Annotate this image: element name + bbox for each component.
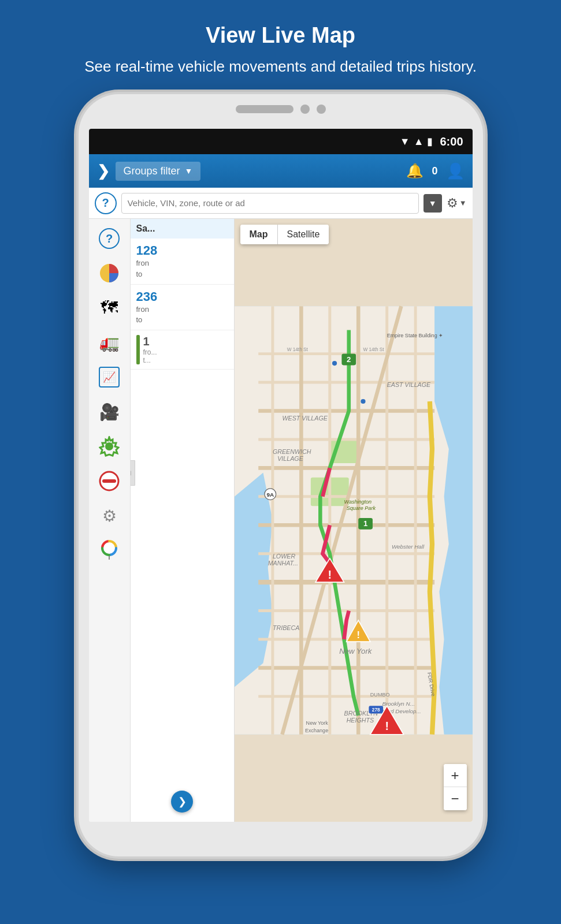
groups-filter-label: Groups filter bbox=[124, 165, 180, 177]
groups-filter-button[interactable]: Groups filter ▼ bbox=[116, 162, 201, 181]
vehicle-number-1: 1 bbox=[143, 335, 157, 348]
sidebar-item-help[interactable]: ? bbox=[92, 222, 127, 255]
vehicle-item-128[interactable]: 128 fronto bbox=[131, 239, 234, 284]
phone-camera-2 bbox=[317, 105, 326, 114]
sidebar-item-reports[interactable] bbox=[92, 257, 127, 289]
vehicle-item-236[interactable]: 236 fronto bbox=[131, 285, 234, 330]
satellite-view-button[interactable]: Satellite bbox=[278, 225, 329, 244]
map-bookmark-icon: 🗺 bbox=[101, 298, 118, 318]
panel-collapse-button[interactable]: ◄ bbox=[131, 460, 135, 486]
svg-text:EAST VILLAGE: EAST VILLAGE bbox=[387, 382, 430, 389]
help-circle-icon: ? bbox=[99, 228, 120, 249]
help-button[interactable]: ? bbox=[95, 192, 117, 214]
user-profile-icon[interactable]: 👤 bbox=[446, 162, 465, 180]
svg-point-68 bbox=[332, 361, 336, 366]
search-input[interactable] bbox=[121, 193, 419, 214]
page-title: View Live Map bbox=[84, 23, 477, 48]
phone-screen: ▼ ▲ ▮ 6:00 ❯ Groups filter ▼ 🔔 0 👤 ? bbox=[89, 129, 473, 822]
search-bar: ? ▼ ⚙ ▼ bbox=[89, 188, 473, 219]
sidebar-item-navigation[interactable] bbox=[92, 534, 127, 567]
phone-camera bbox=[300, 105, 310, 114]
sidebar: ? 🗺 🚛 📈 bbox=[89, 219, 131, 822]
svg-text:1: 1 bbox=[363, 519, 367, 528]
dropdown-caret-icon: ▼ bbox=[429, 199, 437, 208]
svg-text:9A: 9A bbox=[266, 491, 274, 498]
svg-text:GREENWICH: GREENWICH bbox=[272, 448, 311, 455]
panel-forward-button[interactable]: ❯ bbox=[171, 791, 193, 813]
app-toolbar: ❯ Groups filter ▼ 🔔 0 👤 bbox=[89, 154, 473, 188]
svg-text:!: ! bbox=[328, 568, 332, 581]
map-view-button[interactable]: Map bbox=[240, 225, 277, 244]
zoom-in-button[interactable]: + bbox=[444, 764, 467, 787]
vehicle-number-128: 128 bbox=[136, 243, 228, 258]
svg-text:DUMBO: DUMBO bbox=[370, 692, 389, 698]
status-icons: ▼ ▲ ▮ 6:00 bbox=[400, 135, 463, 148]
config-gear-icon: ⚙ bbox=[102, 506, 117, 526]
vehicles-header-label: Sa... bbox=[136, 223, 155, 233]
vehicle-route-236: fronto bbox=[136, 304, 228, 325]
svg-text:TRIBECA: TRIBECA bbox=[272, 624, 299, 631]
sidebar-item-no-entry[interactable] bbox=[92, 465, 127, 497]
signal-icon: ▲ bbox=[414, 136, 424, 148]
settings-gear-icon: ⚙ bbox=[447, 196, 458, 211]
svg-text:!: ! bbox=[385, 720, 389, 732]
zoom-controls: + − bbox=[444, 764, 467, 810]
vehicles-panel: ◄ Sa... 128 fronto 236 fronto bbox=[131, 219, 235, 822]
status-bar: ▼ ▲ ▮ 6:00 bbox=[89, 129, 473, 154]
toolbar-right: 🔔 0 👤 bbox=[406, 162, 464, 180]
chart-icon: 📈 bbox=[99, 367, 120, 388]
sidebar-item-camera[interactable]: 🎥 bbox=[92, 396, 127, 428]
svg-text:Webster Hall: Webster Hall bbox=[391, 544, 424, 550]
page-subtitle: See real-time vehicle movements and deta… bbox=[84, 56, 477, 77]
navigation-pin-icon bbox=[99, 540, 120, 561]
svg-text:HEIGHTS: HEIGHTS bbox=[346, 717, 374, 724]
green-gear-icon bbox=[99, 436, 120, 457]
svg-text:!: ! bbox=[356, 629, 359, 640]
main-content: ? 🗺 🚛 📈 bbox=[89, 219, 473, 822]
map-background: WEST VILLAGE GREENWICH VILLAGE LOWER MAN… bbox=[235, 219, 473, 822]
sidebar-item-map[interactable]: 🗺 bbox=[92, 292, 127, 324]
vehicle-route-1: fro...t... bbox=[143, 348, 157, 364]
svg-rect-3 bbox=[102, 479, 116, 483]
no-entry-icon bbox=[99, 471, 120, 491]
svg-text:W 14th St: W 14th St bbox=[363, 348, 384, 353]
zoom-out-button[interactable]: − bbox=[444, 787, 467, 810]
svg-text:278: 278 bbox=[371, 708, 380, 713]
help-icon: ? bbox=[102, 196, 109, 210]
svg-text:WEST VILLAGE: WEST VILLAGE bbox=[282, 415, 328, 422]
sidebar-item-settings-green[interactable] bbox=[92, 430, 127, 463]
map-toggle: Map Satellite bbox=[240, 225, 329, 244]
map-area: WEST VILLAGE GREENWICH VILLAGE LOWER MAN… bbox=[235, 219, 473, 822]
svg-text:New York: New York bbox=[339, 647, 373, 655]
phone-speaker bbox=[236, 105, 293, 113]
phone-frame: ▼ ▲ ▮ 6:00 ❯ Groups filter ▼ 🔔 0 👤 ? bbox=[79, 94, 483, 856]
svg-text:Empire State Building ✦: Empire State Building ✦ bbox=[387, 333, 443, 338]
status-time: 6:00 bbox=[440, 135, 463, 148]
svg-point-67 bbox=[361, 399, 365, 404]
truck-icon: 🚛 bbox=[99, 333, 120, 352]
sidebar-item-vehicles[interactable]: 🚛 bbox=[92, 326, 127, 359]
svg-text:New York: New York bbox=[306, 721, 328, 726]
svg-text:Exchange: Exchange bbox=[304, 728, 328, 733]
svg-text:Washington: Washington bbox=[344, 500, 371, 505]
vehicle-number-236: 236 bbox=[136, 289, 228, 304]
groups-filter-caret: ▼ bbox=[185, 166, 193, 176]
vehicle-warning-bar bbox=[136, 335, 140, 364]
vehicle-route-128: fronto bbox=[136, 258, 228, 279]
search-dropdown-button[interactable]: ▼ bbox=[423, 194, 442, 213]
sidebar-item-configuration[interactable]: ⚙ bbox=[92, 500, 127, 532]
svg-text:Square Park: Square Park bbox=[346, 505, 376, 511]
battery-icon: ▮ bbox=[427, 135, 433, 148]
toolbar-back-arrow[interactable]: ❯ bbox=[97, 162, 110, 180]
reports-pie-icon bbox=[99, 263, 120, 284]
wifi-icon: ▼ bbox=[400, 136, 410, 148]
vehicles-header: Sa... bbox=[131, 219, 234, 239]
svg-text:W 14th St: W 14th St bbox=[287, 348, 308, 353]
svg-text:VILLAGE: VILLAGE bbox=[277, 455, 303, 462]
svg-text:LOWER: LOWER bbox=[272, 553, 295, 560]
settings-caret-icon: ▼ bbox=[459, 199, 467, 207]
vehicle-item-1[interactable]: 1 fro...t... bbox=[131, 330, 234, 370]
notification-bell-icon[interactable]: 🔔 bbox=[406, 163, 423, 179]
sidebar-item-analytics[interactable]: 📈 bbox=[92, 361, 127, 393]
search-settings-button[interactable]: ⚙ ▼ bbox=[447, 196, 467, 211]
